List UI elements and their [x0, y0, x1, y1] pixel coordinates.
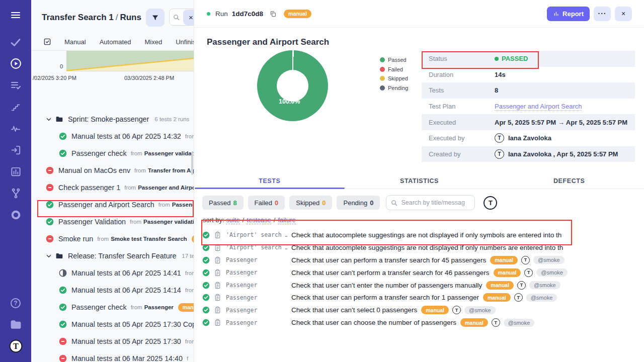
milestones-icon[interactable]: [0, 96, 31, 118]
close-search-button[interactable]: ×: [183, 10, 194, 25]
tree-run-label: Manual tests at 06 Mar 2025 14:40: [71, 354, 183, 362]
tree-run-row[interactable]: Check passenger 1fromPassenger and Airpo…: [31, 179, 194, 196]
passed-status-icon: [202, 256, 210, 264]
test-row[interactable]: PassengerCheck that user can't select 0 …: [195, 304, 644, 316]
test-row[interactable]: PassengerCheck that user can't perform a…: [195, 266, 644, 279]
tree-run-row[interactable]: Manual tests at 06 Apr 2025 14:41fromTra…: [31, 264, 194, 282]
filter-pill-pending[interactable]: Pending0: [337, 196, 380, 210]
filter-pill-passed[interactable]: Passed8: [202, 196, 244, 210]
tree-run-row[interactable]: Passenger and Airport SearchfromPassenge…: [31, 196, 194, 213]
tree-run-row[interactable]: Manual tests at 06 Apr 2025 14:14fromPas…: [31, 282, 194, 299]
app-sidebar: ?T: [0, 0, 31, 362]
failed-status-icon: [46, 235, 54, 243]
sort-option-testcase[interactable]: testcase: [247, 216, 271, 224]
test-row[interactable]: 'Airport' search …Check that autocomplet…: [195, 229, 644, 241]
chevron-down-icon[interactable]: [46, 116, 52, 122]
test-row[interactable]: 'Airport' search …Check that autocomplet…: [195, 241, 644, 254]
runs-panel-tab-automated[interactable]: Automated: [100, 38, 131, 46]
tree-run-row[interactable]: Passenger checkfromPassengermanual6: [31, 299, 194, 316]
legend-dot-pending: [380, 85, 385, 90]
legend-label: Passed: [388, 57, 407, 63]
status-dot: [495, 57, 499, 61]
test-title: Check that user can perform a transfer s…: [291, 294, 479, 301]
tab-defects[interactable]: DEFECTS: [494, 173, 644, 189]
import-icon[interactable]: [0, 139, 31, 161]
tree-run-row[interactable]: Manual tests at 06 Apr 2025 14:32fromPas…: [31, 128, 194, 145]
legend-label: Failed: [388, 66, 403, 72]
sort-option-failure[interactable]: failure: [278, 216, 295, 224]
info-label: Executed: [429, 119, 495, 126]
tree-run-label: Manual tests at 05 Apr 2025 17:30: [71, 337, 181, 345]
info-row-executed: ExecutedApr 5, 2025 5:57 PM → Apr 5, 202…: [422, 114, 635, 130]
legend-item: Passed: [380, 55, 408, 65]
analytics-icon[interactable]: [0, 161, 31, 183]
folder-icon: [55, 115, 63, 123]
passed-status-icon: [202, 294, 210, 301]
tab-statistics[interactable]: STATISTICS: [345, 173, 495, 189]
breadcrumb-project[interactable]: Transfer Search 1: [42, 13, 114, 22]
test-row[interactable]: PassengerCheck that user can't enter the…: [195, 279, 644, 292]
chevron-down-icon[interactable]: [46, 253, 52, 259]
tree-run-from-word: from: [134, 167, 146, 173]
tree-run-label: Passenger check: [71, 149, 127, 157]
donut-percent-label: 100.0%: [279, 98, 300, 105]
app-logo-icon[interactable]: T: [0, 335, 31, 357]
branches-icon[interactable]: [0, 183, 31, 204]
runs-panel-tab-manual[interactable]: Manual: [64, 38, 86, 46]
tree-run-row[interactable]: Manual on MacOs envfromTransfer from Aip…: [31, 162, 194, 179]
app-avatar-toggle[interactable]: T: [484, 196, 497, 210]
projects-icon[interactable]: [0, 314, 31, 335]
manual-badge: manual: [486, 281, 514, 290]
tests-search-input[interactable]: [401, 199, 470, 206]
select-all-icon[interactable]: [43, 37, 52, 46]
test-row[interactable]: PassengerCheck that user can perform a t…: [195, 254, 644, 266]
breadcrumb-separator: /: [116, 13, 118, 22]
tree-run-row[interactable]: Passenger checkfromPassenger validationm…: [31, 145, 194, 162]
test-filters: Passed8Failed0Skipped0Pending0 T: [202, 195, 644, 210]
chart-y-zero-label: 0: [31, 63, 66, 71]
info-value: PASSED: [495, 55, 528, 62]
tag-badge: @smoke: [526, 294, 557, 302]
donut-legend: PassedFailedSkippedPending: [380, 55, 408, 93]
tests-icon[interactable]: [0, 31, 31, 53]
more-button[interactable]: ···: [594, 7, 611, 21]
tree-run-row[interactable]: Manual tests at 05 Apr 2025 17:30fromTra…: [31, 333, 194, 350]
manual-badge: manual: [490, 256, 518, 264]
passed-status-icon: [59, 320, 67, 328]
info-row-created-by: Created byTIana Zavoloka , Apr 5, 2025 5…: [422, 146, 635, 162]
close-run-button[interactable]: ×: [615, 7, 632, 21]
menu-icon[interactable]: [0, 4, 31, 26]
runs-panel-tab-mixed[interactable]: Mixed: [145, 38, 163, 46]
tree-run-row[interactable]: Manual tests at 06 Mar 2025 14:40f: [31, 350, 194, 362]
pulse-icon[interactable]: [0, 118, 31, 139]
sort-option-suite[interactable]: suite: [226, 216, 239, 224]
test-row[interactable]: PassengerCheck that user can choose the …: [195, 316, 644, 329]
tree-run-row[interactable]: Passenger ValidationfromPassenger valida…: [31, 213, 194, 230]
info-row-duration: Duration14s: [422, 67, 635, 83]
copy-icon[interactable]: [269, 10, 277, 18]
filter-button[interactable]: [146, 9, 165, 27]
tree-run-label: Passenger check: [71, 303, 127, 311]
report-button[interactable]: Report: [547, 7, 590, 21]
tab-tests[interactable]: TESTS: [195, 173, 345, 189]
info-row-executed-by: Executed byTIana Zavoloka: [422, 130, 635, 146]
panel-scrollbar[interactable]: [191, 152, 193, 175]
tree-run-row[interactable]: Manual tests at 05 Apr 2025 17:30 Copyfr…: [31, 316, 194, 333]
breadcrumb-page[interactable]: Runs: [120, 13, 141, 22]
test-plan-link[interactable]: Passenger and Airport Search: [495, 103, 582, 111]
runs-icon[interactable]: [0, 53, 31, 74]
test-row[interactable]: PassengerCheck that user can perform a t…: [195, 291, 644, 304]
filter-pill-skipped[interactable]: Skipped0: [289, 196, 332, 210]
results-icon[interactable]: [0, 74, 31, 96]
help-icon[interactable]: ?: [0, 292, 31, 314]
info-value: 8: [495, 86, 498, 94]
tree-folder-row[interactable]: Release: Transfer Search Feature17 tests…: [31, 247, 194, 264]
info-label: Test Plan: [429, 103, 495, 110]
tree-folder-row[interactable]: Sprint: Smoke-passenger6 tests 2 runs: [31, 111, 194, 128]
tree-run-from-word: from: [185, 133, 194, 139]
info-value: Apr 5, 2025 5:57 PM → Apr 5, 2025 5:57 P…: [495, 119, 627, 126]
tree-run-row[interactable]: Smoke runfromSmoke test Transfer Searchm…: [31, 230, 194, 247]
settings-icon[interactable]: [0, 204, 31, 226]
filter-pill-failed[interactable]: Failed0: [248, 196, 285, 210]
runs-panel-tab-unfinis[interactable]: Unfinis: [176, 38, 194, 46]
